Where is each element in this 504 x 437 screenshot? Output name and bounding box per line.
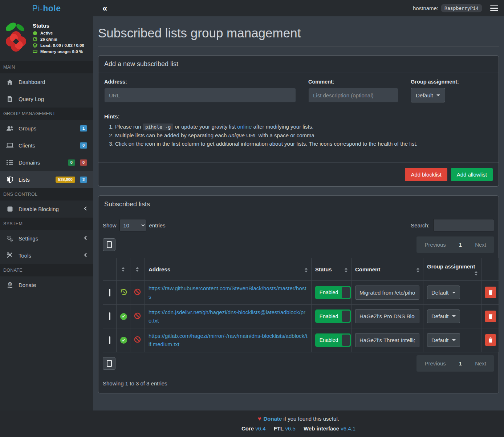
delete-list-button[interactable] (485, 334, 496, 346)
column-header-address[interactable]: Address (145, 258, 312, 281)
add-allowlist-button[interactable]: Add allowlist (451, 168, 493, 181)
column-header-status[interactable]: Status (312, 258, 351, 281)
status-panel: Status Active 26 q/min Load: 0.00 / 0.02… (0, 17, 93, 61)
table-row: https://raw.githubusercontent.com/Steven… (103, 281, 499, 305)
nav-header-main: MAIN (0, 61, 93, 73)
status-toggle[interactable]: Enabled (315, 286, 351, 299)
select-all-button[interactable] (103, 357, 115, 370)
row-comment-input[interactable] (355, 309, 419, 323)
row-checkbox[interactable] (109, 289, 110, 296)
raspberry-logo-icon (2, 21, 30, 56)
hint-2: Multiple lists can be added by separatin… (115, 131, 493, 139)
column-header-comment[interactable]: Comment (351, 258, 423, 281)
title-divider (98, 46, 499, 46)
file-icon (6, 96, 14, 102)
select-all-checkbox (107, 360, 112, 367)
page-title: Subscribed lists group management (98, 26, 499, 40)
logo-text-thin: Pi- (32, 4, 43, 13)
sidebar-collapse-button[interactable]: « (99, 4, 111, 13)
row-comment-input[interactable] (355, 286, 419, 300)
address-input[interactable] (104, 88, 296, 102)
core-version: v6.4 (255, 425, 265, 432)
column-header-type-sort[interactable] (130, 258, 145, 281)
row-group-dropdown[interactable]: Default (427, 286, 460, 299)
page-size-select[interactable]: 10 (119, 219, 146, 231)
comment-label: Comment: (308, 79, 398, 85)
laptop-icon (6, 143, 14, 148)
sidebar-item-disable-blocking[interactable]: Disable Blocking (0, 201, 93, 218)
status-toggle[interactable]: Enabled (315, 309, 351, 323)
sidebar-item-tools[interactable]: Tools (0, 247, 93, 264)
add-list-card: Add a new subscribed list Address: Comme… (98, 55, 499, 187)
sidebar-item-settings[interactable]: Settings (0, 230, 93, 247)
page-number-button[interactable]: 1 (459, 360, 462, 367)
select-all-checkbox (107, 241, 112, 248)
cpu-chip-icon (33, 43, 37, 48)
column-header-group[interactable]: Group assignment (423, 258, 481, 281)
sidebar-item-query-log[interactable]: Query Log (0, 90, 93, 108)
sidebar-item-donate[interactable]: $ Donate (0, 276, 93, 294)
add-blocklist-button[interactable]: Add blocklist (405, 168, 447, 181)
core-label: Core (241, 425, 254, 432)
delete-list-button[interactable] (485, 287, 496, 298)
sort-icon (475, 271, 477, 276)
status-active: Active (33, 31, 84, 35)
page-footer: ♥Donate if you found this useful. Core v… (0, 410, 504, 437)
topbar: « hostname: RaspberryPi4 (93, 0, 504, 16)
toggle-knob (342, 335, 350, 346)
caret-down-icon (436, 94, 440, 96)
subscribed-lists-card: Subscribed lists Show 10 entries Search:… (98, 195, 499, 393)
sidebar-item-domains[interactable]: Domains 0 0 (0, 154, 93, 171)
row-checkbox[interactable] (109, 312, 110, 320)
hamburger-menu-icon[interactable] (490, 4, 498, 13)
table-row: ✓ https://cdn.jsdelivr.net/gh/hagezi/dns… (103, 304, 499, 328)
next-page-button[interactable]: Next (475, 360, 486, 367)
select-all-button[interactable] (103, 238, 115, 251)
caret-down-icon (452, 339, 456, 341)
search-input[interactable] (433, 219, 494, 231)
footer-donate-link[interactable]: Donate (264, 416, 282, 422)
ban-icon[interactable] (134, 312, 141, 319)
search-label: Search: (411, 222, 430, 228)
row-comment-input[interactable] (355, 333, 419, 347)
active-dot-icon (33, 31, 37, 35)
home-icon (6, 79, 14, 85)
column-header-health-sort[interactable] (117, 258, 130, 281)
nav-header-dns-control: DNS CONTROL (0, 188, 93, 201)
status-toggle[interactable]: Enabled (315, 333, 351, 347)
online-link[interactable]: online (237, 124, 252, 130)
app-logo[interactable]: Pi-hole (0, 0, 93, 17)
shield-icon (6, 177, 14, 183)
check-circle-icon[interactable]: ✓ (120, 337, 127, 344)
stop-icon (6, 206, 14, 212)
sidebar-item-clients[interactable]: Clients 0 (0, 137, 93, 154)
row-group-dropdown[interactable]: Default (427, 333, 460, 347)
donate-icon: $ (6, 282, 14, 288)
caret-down-icon (452, 315, 456, 317)
page-number-button[interactable]: 1 (459, 242, 462, 248)
hostname-label: hostname: (413, 5, 438, 11)
next-page-button[interactable]: Next (475, 242, 486, 248)
delete-list-button[interactable] (485, 311, 496, 322)
list-address-link[interactable]: https://cdn.jsdelivr.net/gh/hagezi/dns-b… (149, 309, 305, 324)
sort-icon (416, 268, 419, 272)
row-checkbox[interactable] (109, 336, 110, 344)
group-assignment-dropdown[interactable]: Default (411, 88, 445, 102)
check-circle-icon[interactable]: ✓ (120, 313, 127, 320)
list-address-link[interactable]: https://raw.githubusercontent.com/Steven… (149, 285, 306, 300)
ban-icon[interactable] (134, 288, 141, 295)
list-address-link[interactable]: https://gitlab.com/hagezi/mirror/-/raw/m… (149, 333, 308, 347)
hint-1: Please run pihole -g or update your grav… (115, 122, 493, 131)
previous-page-button[interactable]: Previous (424, 360, 446, 367)
sidebar-item-lists[interactable]: Lists 538,000 3 (0, 171, 93, 188)
ban-icon[interactable] (134, 336, 141, 343)
gears-icon (6, 236, 14, 242)
sidebar-item-groups[interactable]: Groups 1 (0, 120, 93, 137)
lists-domains-badge: 538,000 (56, 177, 75, 183)
history-status-icon[interactable] (120, 288, 127, 296)
previous-page-button[interactable]: Previous (424, 242, 446, 248)
comment-input[interactable] (308, 88, 398, 102)
hints-title: Hints: (104, 113, 493, 120)
sidebar-item-dashboard[interactable]: Dashboard (0, 73, 93, 90)
row-group-dropdown[interactable]: Default (427, 309, 460, 323)
